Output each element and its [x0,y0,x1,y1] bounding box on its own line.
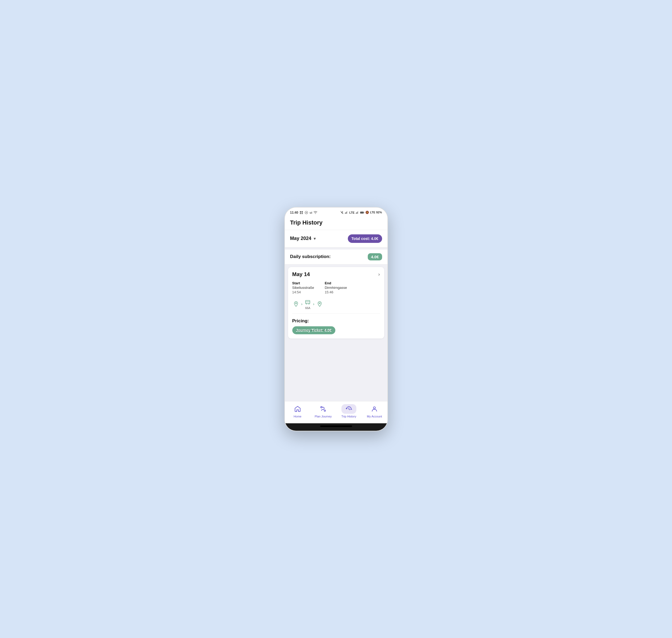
svg-rect-2 [300,213,301,214]
page-header: Trip History [285,216,387,230]
route-icons: › 66A › [292,298,380,314]
plan-journey-label: Plan Journey [315,415,332,418]
start-time: 14:54 [292,290,314,294]
svg-rect-0 [300,211,301,212]
dropdown-arrow-icon: ▼ [313,236,317,241]
svg-rect-9 [347,211,348,214]
chevron-right-icon: › [379,272,380,277]
plan-journey-icon [319,405,327,413]
subscription-section: Daily subscription: 4.0€ [285,250,387,264]
svg-rect-11 [357,212,357,214]
month-selector[interactable]: May 2024 ▼ [290,236,317,241]
start-label: Start [292,281,314,285]
home-icon [294,405,301,413]
status-left: 11:40 ui [290,211,317,215]
signal2-icon [355,211,359,214]
svg-rect-15 [364,212,364,213]
arrow-1-icon: › [301,302,303,306]
trip-locations: Start Sibeliusstraße 14:54 End Dirmhirng… [292,281,380,294]
svg-rect-6 [345,213,346,214]
status-bar: 11:40 ui LTE 🔕 LTE 92% [285,207,387,216]
home-indicator [320,425,352,427]
mute-icon [340,211,343,214]
my-account-label: My Account [367,415,382,418]
svg-point-27 [373,406,375,409]
end-time: 15:46 [325,290,347,294]
subscription-label: Daily subscription: [290,254,331,259]
svg-rect-10 [356,213,356,214]
bus-icon [304,298,312,306]
trip-history-label: Trip History [341,415,356,418]
sim-icon [300,211,303,215]
my-account-icon [371,405,378,413]
nav-plan-journey[interactable]: Plan Journey [314,404,332,418]
phone-frame: 11:40 ui LTE 🔕 LTE 92% Trip History May … [284,207,388,431]
settings-icon [304,211,308,215]
pricing-label: Pricing: [292,318,380,324]
status-right: LTE 🔕 LTE 92% [340,211,382,214]
svg-rect-12 [357,212,358,214]
start-location-name: Sibeliusstraße [292,286,314,290]
nav-trip-history[interactable]: Trip History [340,404,358,418]
battery-icon [360,211,364,214]
trip-card-header: May 14 › [292,271,380,278]
signal-icon [345,211,348,214]
lte-label: LTE [349,211,354,214]
svg-rect-8 [347,212,347,214]
status-time: 11:40 [290,211,298,215]
bus-line-label: 66A [305,306,310,309]
trip-history-icon [345,405,353,413]
month-section: May 2024 ▼ Total cost: 4.0€ [285,230,387,247]
end-pin-icon [316,300,323,308]
journey-ticket-badge: Journey Ticket: 4.0€ [292,326,335,334]
svg-point-26 [324,410,325,411]
svg-rect-16 [360,212,364,213]
end-location: End Dirmhirngasse 15:46 [325,281,347,294]
end-label: End [325,281,347,285]
content-area: May 2024 ▼ Total cost: 4.0€ Daily subscr… [285,230,387,401]
month-label: May 2024 [290,236,312,241]
svg-point-17 [295,302,297,304]
nav-my-account[interactable]: My Account [365,404,384,418]
nav-home[interactable]: Home [288,404,307,418]
svg-rect-3 [302,213,303,214]
trip-date: May 14 [292,271,310,278]
bottom-nav: Home Plan Journey [285,401,387,423]
start-pin-icon [292,300,300,308]
home-label: Home [293,415,301,418]
subscription-cost: 4.0€ [368,253,382,261]
battery-percent: 🔕 LTE 92% [365,211,382,214]
svg-rect-7 [346,212,346,214]
bus-icon-container: 66A [304,298,312,309]
svg-rect-13 [358,211,359,214]
svg-rect-1 [302,211,303,212]
end-location-name: Dirmhirngasse [325,286,347,290]
svg-point-20 [306,303,307,304]
page-title: Trip History [290,219,382,226]
phone-bottom-bar [285,423,387,431]
svg-point-5 [306,212,307,213]
wifi-icon [314,211,317,215]
svg-rect-18 [306,300,310,303]
pricing-section: Pricing: Journey Ticket: 4.0€ [292,317,380,334]
start-location: Start Sibeliusstraße 14:54 [292,281,314,294]
arrow-2-icon: › [313,302,314,306]
total-cost-badge: Total cost: 4.0€ [348,234,382,243]
trip-card[interactable]: May 14 › Start Sibeliusstraße 14:54 End … [288,267,384,338]
svg-point-21 [308,303,309,304]
carrier-label: ui [309,211,312,214]
